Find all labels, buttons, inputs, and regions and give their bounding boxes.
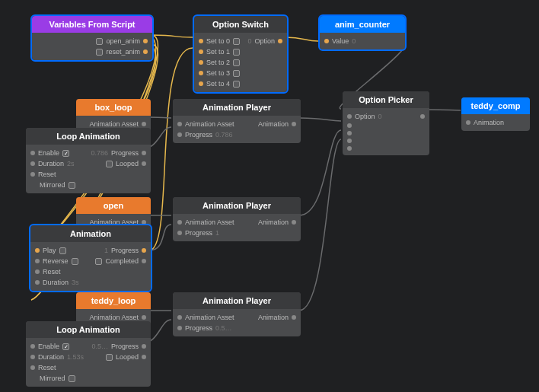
node-animation[interactable]: Animation Play1Progress ReverseCompleted… [30, 225, 151, 291]
port-in[interactable] [199, 39, 203, 43]
node-loop-animation-2[interactable]: Loop Animation Enable0.5…Progress Durati… [26, 321, 151, 387]
port-label: open_anim [106, 37, 140, 45]
port-out[interactable] [143, 49, 148, 54]
node-option-picker[interactable]: Option Picker Option0 [343, 91, 429, 155]
node-anim-counter[interactable]: anim_counter Value0 [320, 16, 405, 49]
node-animation-player-2[interactable]: Animation Player Animation AssetAnimatio… [173, 197, 301, 241]
checkbox[interactable] [96, 38, 103, 45]
node-teddy-comp[interactable]: teddy_comp Animation [461, 97, 530, 131]
node-header: Option Switch [194, 16, 287, 33]
node-loop-animation-1[interactable]: Loop Animation Enable0.786Progress Durat… [26, 128, 151, 193]
node-variables-from-script[interactable]: Variables From Script open_anim reset_an… [32, 16, 152, 60]
node-header: anim_counter [320, 16, 405, 33]
port-out[interactable] [143, 39, 148, 43]
node-header: Variables From Script [32, 16, 152, 33]
port-label: reset_anim [106, 48, 140, 56]
node-animation-player-1[interactable]: Animation Player Animation AssetAnimatio… [173, 99, 301, 143]
node-animation-player-3[interactable]: Animation Player Animation AssetAnimatio… [173, 292, 301, 336]
checkbox[interactable] [96, 49, 103, 56]
node-option-switch[interactable]: Option Switch Set to 00Option Set to 1 S… [194, 16, 287, 92]
port-out[interactable] [278, 39, 282, 43]
